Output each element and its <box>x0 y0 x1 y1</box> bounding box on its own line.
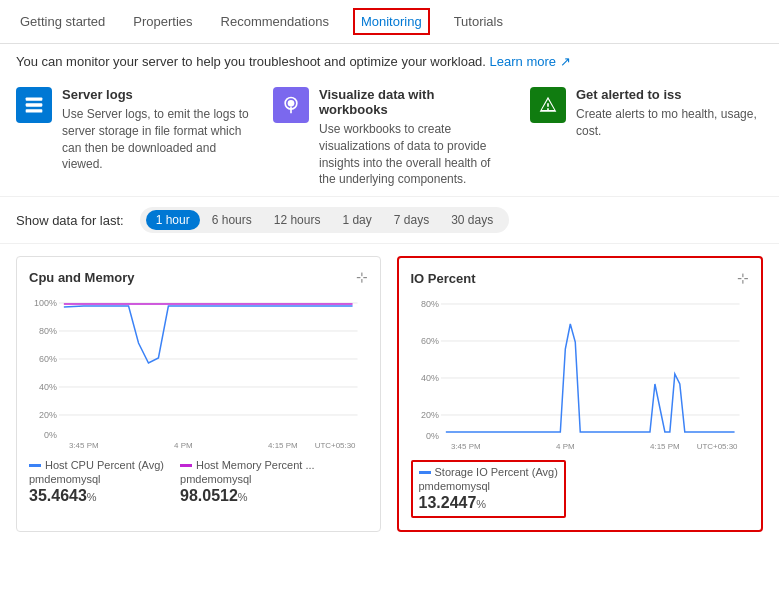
io-legend-value: 13.2447 <box>419 494 477 511</box>
svg-text:40%: 40% <box>39 382 57 392</box>
workbooks-icon <box>273 87 309 123</box>
workbooks-content: Visualize data with workbooks Use workbo… <box>319 87 506 188</box>
memory-legend-label: Host Memory Percent ... <box>196 459 315 471</box>
nav-item-properties[interactable]: Properties <box>129 8 196 35</box>
alerts-card: Get alerted to iss Create alerts to mo h… <box>530 87 763 188</box>
workbooks-svg <box>281 95 301 115</box>
nav-item-monitoring[interactable]: Monitoring <box>353 8 430 35</box>
io-percent-legend: Storage IO Percent (Avg) pmdemomysql 13.… <box>411 460 750 518</box>
svg-text:UTC+05:30: UTC+05:30 <box>315 441 356 450</box>
cpu-memory-chart-card: Cpu and Memory ⊹ 100% 80% 60% 40% 20% 0%… <box>16 256 381 532</box>
cpu-legend-label: Host CPU Percent (Avg) <box>45 459 164 471</box>
cpu-memory-legend: Host CPU Percent (Avg) pmdemomysql 35.46… <box>29 459 368 505</box>
external-link-icon: ↗ <box>560 54 571 69</box>
svg-text:100%: 100% <box>34 298 57 308</box>
workbooks-title: Visualize data with workbooks <box>319 87 506 117</box>
time-options: 1 hour6 hours12 hours1 day7 days30 days <box>140 207 510 233</box>
io-percent-chart: 80% 60% 40% 20% 0% 3:45 PM 4 PM 4:15 PM … <box>411 294 750 454</box>
svg-text:4:15 PM: 4:15 PM <box>268 441 298 450</box>
svg-text:0%: 0% <box>44 430 57 440</box>
io-legend-sub: pmdemomysql <box>419 480 558 492</box>
charts-row: Cpu and Memory ⊹ 100% 80% 60% 40% 20% 0%… <box>0 256 779 532</box>
alerts-content: Get alerted to iss Create alerts to mo h… <box>576 87 763 140</box>
cpu-memory-header: Cpu and Memory ⊹ <box>29 269 368 285</box>
memory-legend-value: 98.0512 <box>180 487 238 504</box>
learn-more-link[interactable]: Learn more ↗ <box>490 54 571 69</box>
svg-text:60%: 60% <box>420 336 438 346</box>
svg-text:60%: 60% <box>39 354 57 364</box>
memory-legend-sub: pmdemomysql <box>180 473 315 485</box>
svg-point-3 <box>288 100 295 107</box>
io-percent-header: IO Percent ⊹ <box>411 270 750 286</box>
cpu-memory-title: Cpu and Memory <box>29 270 134 285</box>
nav-item-recommendations[interactable]: Recommendations <box>217 8 333 35</box>
io-legend-item-highlighted: Storage IO Percent (Avg) pmdemomysql 13.… <box>411 460 566 518</box>
svg-text:80%: 80% <box>420 299 438 309</box>
alerts-svg <box>538 95 558 115</box>
feature-cards: Server logs Use Server logs, to emit the… <box>0 79 779 196</box>
svg-rect-2 <box>26 109 43 112</box>
cpu-legend-sub: pmdemomysql <box>29 473 164 485</box>
top-navigation: Getting startedPropertiesRecommendations… <box>0 0 779 44</box>
workbooks-desc: Use workbooks to create visualizations o… <box>319 121 506 188</box>
svg-text:4 PM: 4 PM <box>174 441 193 450</box>
info-text: You can monitor your server to help you … <box>16 54 486 69</box>
cpu-legend-color <box>29 464 41 467</box>
server-logs-svg <box>24 95 44 115</box>
server-logs-card: Server logs Use Server logs, to emit the… <box>16 87 249 188</box>
io-percent-title: IO Percent <box>411 271 476 286</box>
io-percent-svg: 80% 60% 40% 20% 0% 3:45 PM 4 PM 4:15 PM … <box>411 294 750 454</box>
alerts-icon <box>530 87 566 123</box>
svg-text:UTC+05:30: UTC+05:30 <box>696 442 737 451</box>
svg-text:4:15 PM: 4:15 PM <box>650 442 680 451</box>
memory-legend-color <box>180 464 192 467</box>
workbooks-card: Visualize data with workbooks Use workbo… <box>273 87 506 188</box>
time-option-1-day[interactable]: 1 day <box>332 210 381 230</box>
time-option-30-days[interactable]: 30 days <box>441 210 503 230</box>
svg-text:0%: 0% <box>425 431 438 441</box>
time-option-1-hour[interactable]: 1 hour <box>146 210 200 230</box>
time-option-6-hours[interactable]: 6 hours <box>202 210 262 230</box>
server-logs-icon <box>16 87 52 123</box>
cpu-legend-value: 35.4643 <box>29 487 87 504</box>
show-data-label: Show data for last: <box>16 213 124 228</box>
svg-text:40%: 40% <box>420 373 438 383</box>
svg-rect-0 <box>26 98 43 101</box>
server-logs-content: Server logs Use Server logs, to emit the… <box>62 87 249 173</box>
nav-item-tutorials[interactable]: Tutorials <box>450 8 507 35</box>
memory-legend-item: Host Memory Percent ... pmdemomysql 98.0… <box>180 459 315 505</box>
pin-icon-io[interactable]: ⊹ <box>737 270 749 286</box>
cpu-legend-item: Host CPU Percent (Avg) pmdemomysql 35.46… <box>29 459 164 505</box>
io-percent-chart-card: IO Percent ⊹ 80% 60% 40% 20% 0% 3:45 PM … <box>397 256 764 532</box>
svg-rect-1 <box>26 103 43 106</box>
svg-text:4 PM: 4 PM <box>556 442 575 451</box>
svg-text:3:45 PM: 3:45 PM <box>69 441 99 450</box>
svg-text:3:45 PM: 3:45 PM <box>450 442 480 451</box>
time-option-7-days[interactable]: 7 days <box>384 210 439 230</box>
cpu-memory-chart: 100% 80% 60% 40% 20% 0% 3:45 PM 4 PM 4:1… <box>29 293 368 453</box>
cpu-memory-svg: 100% 80% 60% 40% 20% 0% 3:45 PM 4 PM 4:1… <box>29 293 368 453</box>
svg-text:20%: 20% <box>420 410 438 420</box>
alerts-title: Get alerted to iss <box>576 87 763 102</box>
server-logs-title: Server logs <box>62 87 249 102</box>
io-legend-color <box>419 471 431 474</box>
time-option-12-hours[interactable]: 12 hours <box>264 210 331 230</box>
svg-text:80%: 80% <box>39 326 57 336</box>
nav-item-getting-started[interactable]: Getting started <box>16 8 109 35</box>
server-logs-desc: Use Server logs, to emit the logs to ser… <box>62 106 249 173</box>
io-legend-label: Storage IO Percent (Avg) <box>435 466 558 478</box>
alerts-desc: Create alerts to mo health, usage, cost. <box>576 106 763 140</box>
info-bar: You can monitor your server to help you … <box>0 44 779 79</box>
show-data-bar: Show data for last: 1 hour6 hours12 hour… <box>0 196 779 244</box>
pin-icon-cpu[interactable]: ⊹ <box>356 269 368 285</box>
svg-text:20%: 20% <box>39 410 57 420</box>
